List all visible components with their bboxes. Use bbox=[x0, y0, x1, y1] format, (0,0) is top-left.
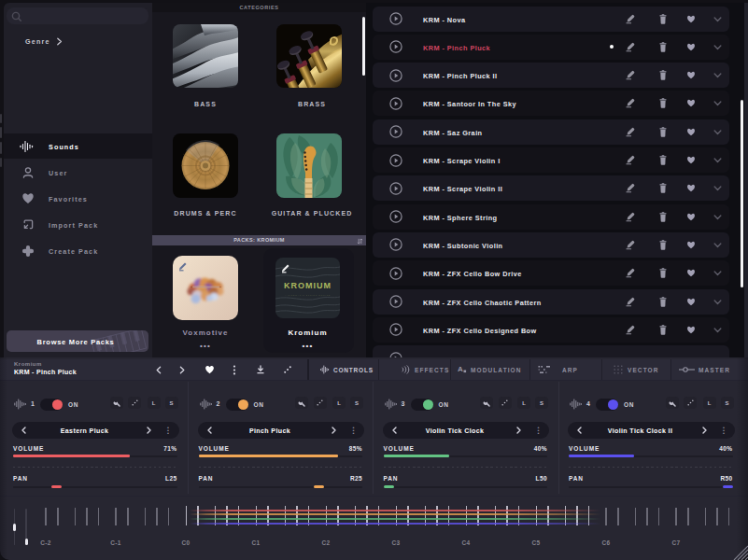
svg-text:A: A bbox=[458, 365, 463, 373]
svg-text:KROMIUM: KROMIUM bbox=[284, 281, 332, 290]
svg-text:A CINEMATIC STRING ENGINE: A CINEMATIC STRING ENGINE bbox=[285, 294, 331, 296]
